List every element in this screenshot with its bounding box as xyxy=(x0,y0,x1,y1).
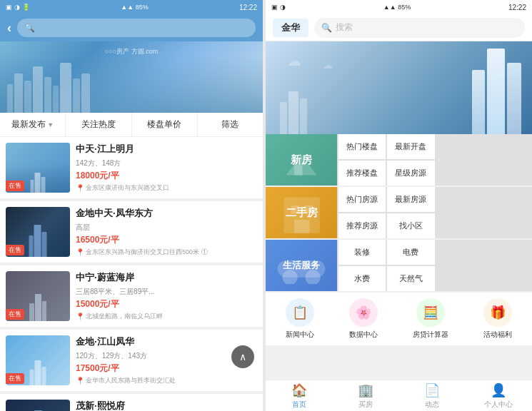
property-list: 在售 中天·江上明月 142方、148方 18000元/平 📍 金东区康济街与东… xyxy=(0,137,263,411)
home-nav-icon: 🏠 xyxy=(291,382,307,398)
second-home-cell-4[interactable]: 找小区 xyxy=(387,213,434,238)
nav-item-buy[interactable]: 🏢 买房 xyxy=(332,380,398,411)
filter-price[interactable]: 楼盘单价 xyxy=(132,113,198,136)
prop-name-3: 中宁·蔚蓝海岸 xyxy=(76,271,257,284)
filter-arrow-0: ▼ xyxy=(47,121,54,128)
left-hero-image: ○○○房产 方圆.com xyxy=(0,41,263,113)
left-hero-text: ○○○房产 方圆.com xyxy=(105,47,158,56)
status-badge-2: 在售 xyxy=(6,245,24,255)
right-signal: ▲▲ 85% xyxy=(383,4,411,11)
prop-desc-4: 120方、129方、143方 xyxy=(76,351,257,361)
right-time: 12:22 xyxy=(508,4,526,11)
nav-label-home: 首页 xyxy=(292,400,306,410)
filter-bar: 最新发布 ▼ 关注热度 楼盘单价 筛选 xyxy=(0,113,263,137)
icon-label-news: 新闻中心 xyxy=(286,330,314,340)
second-home-cell-2[interactable]: 最新房源 xyxy=(387,187,434,212)
life-cell-4[interactable]: 天然气 xyxy=(387,266,434,291)
nav-label-profile: 个人中心 xyxy=(484,400,513,410)
location-icon-1: 📍 xyxy=(76,184,84,192)
back-button[interactable]: ‹ xyxy=(7,21,11,36)
left-status-icons: ▣◑🔋 xyxy=(6,4,30,11)
left-search-bar[interactable]: 🔍 xyxy=(17,19,256,37)
prop-price-2: 16500元/平 xyxy=(76,234,257,246)
search-icon: 🔍 xyxy=(24,23,35,33)
filter-latest[interactable]: 最新发布 ▼ xyxy=(0,113,66,136)
prop-name-4: 金地·江山凤华 xyxy=(76,335,257,348)
nav-label-buy: 买房 xyxy=(358,400,373,410)
life-section: 生活服务 装修 电费 水费 天然气 xyxy=(266,240,532,291)
nav-item-home[interactable]: 🏠 首页 xyxy=(266,380,332,411)
right-search-icon: 🔍 xyxy=(321,23,332,33)
second-home-cell-3[interactable]: 推荐房源 xyxy=(338,213,386,238)
property-info-3: 中宁·蔚蓝海岸 三居88平米、三居89平... 15000元/平 📍 北城坐船路… xyxy=(76,271,257,321)
property-thumb-1: 在售 xyxy=(6,143,70,193)
right-search-placeholder: 搜索 xyxy=(336,21,353,34)
prop-price-1: 18000元/平 xyxy=(76,170,257,182)
icon-item-benefits[interactable]: 🎁 活动福利 xyxy=(483,298,512,340)
left-statusbar: ▣◑🔋 ▲▲ 85% 12:22 xyxy=(0,0,263,14)
new-home-cell-3[interactable]: 推荐楼盘 xyxy=(338,161,386,186)
list-item[interactable]: 即将开盘 茂新·熙悦府 高层 0元/平 📍 江南环城西路以东，李渔路以北 xyxy=(0,394,263,411)
location-icon-4: 📍 xyxy=(76,377,84,385)
icon-label-data: 数据中心 xyxy=(349,330,378,340)
list-item[interactable]: 在售 金地·江山凤华 120方、129方、143方 17500元/平 📍 金华市… xyxy=(0,330,263,391)
prop-desc-3: 三居88平米、三居89平... xyxy=(76,287,257,297)
icon-label-calculator: 房贷计算器 xyxy=(413,330,448,340)
left-signal: ▲▲ 85% xyxy=(121,4,148,11)
calculator-icon: 🧮 xyxy=(416,298,445,327)
news-icon: 📋 xyxy=(286,298,314,327)
prop-name-5: 茂新·熙悦府 xyxy=(76,400,257,411)
prop-location-1: 📍 金东区康济街与东兴路交叉口 xyxy=(76,183,257,193)
icon-item-news[interactable]: 📋 新闻中心 xyxy=(286,298,314,340)
new-home-main[interactable]: 新房 xyxy=(266,134,337,186)
life-main[interactable]: 生活服务 xyxy=(266,240,337,291)
new-home-cell-2[interactable]: 最新开盘 xyxy=(387,134,434,159)
life-cell-2[interactable]: 电费 xyxy=(387,240,434,265)
city-tag[interactable]: 金华 xyxy=(273,19,308,37)
second-home-section: 二手房 热门房源 最新房源 推荐房源 找小区 xyxy=(266,187,532,238)
prop-desc-2: 高层 xyxy=(76,223,257,233)
buy-nav-icon: 🏢 xyxy=(358,382,373,398)
filter-screen[interactable]: 筛选 xyxy=(198,113,263,136)
icon-item-calculator[interactable]: 🧮 房贷计算器 xyxy=(413,298,448,340)
nav-item-news[interactable]: 📄 动态 xyxy=(399,380,466,411)
prop-location-4: 📍 金华市人民东路与胜李街交汇处 xyxy=(76,376,257,385)
prop-location-3: 📍 北城坐船路，南临义乌江畔 xyxy=(76,312,257,321)
right-statusbar: ▣◑ ▲▲ 85% 12:22 xyxy=(266,0,532,14)
right-topbar: 金华 🔍 搜索 xyxy=(266,14,532,41)
new-home-cell-4[interactable]: 星级房源 xyxy=(387,161,434,186)
list-item[interactable]: 在售 中宁·蔚蓝海岸 三居88平米、三居89平... 15000元/平 📍 北城… xyxy=(0,265,263,327)
property-thumb-3: 在售 xyxy=(6,271,70,321)
scroll-top-button[interactable]: ∧ xyxy=(231,345,254,368)
second-home-main[interactable]: 二手房 xyxy=(266,187,337,238)
new-home-cell-1[interactable]: 热门楼盘 xyxy=(338,134,386,159)
prop-name-2: 金地中天·凤华东方 xyxy=(76,207,257,220)
right-search-bar[interactable]: 🔍 搜索 xyxy=(314,18,525,38)
location-icon-3: 📍 xyxy=(76,313,84,320)
left-time: 12:22 xyxy=(239,4,257,11)
prop-price-4: 17500元/平 xyxy=(76,362,257,375)
icon-item-data[interactable]: 🌸 数据中心 xyxy=(349,298,378,340)
status-badge-3: 在售 xyxy=(6,309,24,320)
right-panel: ▣◑ ▲▲ 85% 12:22 金华 🔍 搜索 ☁ ☁ xyxy=(266,0,532,411)
new-home-label: 新房 xyxy=(291,153,312,167)
prop-price-3: 15000元/平 xyxy=(76,298,257,310)
life-cell-3[interactable]: 水费 xyxy=(338,266,386,291)
property-info-4: 金地·江山凤华 120方、129方、143方 17500元/平 📍 金华市人民东… xyxy=(76,335,257,385)
property-thumb-4: 在售 xyxy=(6,335,70,385)
second-home-label: 二手房 xyxy=(286,206,318,220)
new-home-sub-grid: 热门楼盘 最新开盘 推荐楼盘 星级房源 xyxy=(338,134,434,186)
property-thumb-5: 即将开盘 xyxy=(6,400,70,411)
list-item[interactable]: 在售 金地中天·凤华东方 高层 16500元/平 📍 金东区东兴路与御济街交叉口… xyxy=(0,201,263,263)
second-home-cell-1[interactable]: 热门房源 xyxy=(338,187,386,212)
new-home-section: 新房 热门楼盘 最新开盘 推荐楼盘 星级房源 xyxy=(266,134,532,186)
benefits-icon: 🎁 xyxy=(483,298,512,327)
life-sub-grid: 装修 电费 水费 天然气 xyxy=(338,240,434,291)
nav-item-profile[interactable]: 👤 个人中心 xyxy=(466,380,532,411)
life-cell-1[interactable]: 装修 xyxy=(338,240,386,265)
nav-label-news: 动态 xyxy=(425,400,439,410)
list-item[interactable]: 在售 中天·江上明月 142方、148方 18000元/平 📍 金东区康济街与东… xyxy=(0,137,263,198)
icon-label-benefits: 活动福利 xyxy=(483,330,512,340)
filter-hot[interactable]: 关注热度 xyxy=(66,113,131,136)
right-status-icons: ▣◑ xyxy=(271,4,286,11)
